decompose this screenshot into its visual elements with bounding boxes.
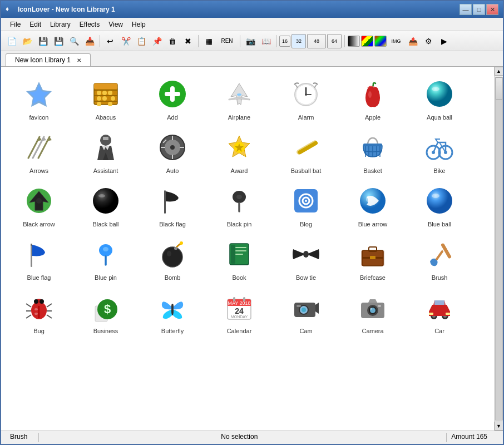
icon-item-award[interactable]: Award [206, 125, 273, 178]
icon-item-alarm[interactable]: Alarm [273, 71, 339, 125]
icon-visual-blueflag [21, 236, 57, 272]
save-as-button[interactable]: 💾 [51, 34, 66, 48]
icon-item-blackball[interactable]: Black ball [72, 178, 139, 231]
menu-library[interactable]: Library [46, 19, 75, 29]
icon-item-camera[interactable]: Camera [339, 285, 406, 338]
paste-button[interactable]: 📌 [150, 34, 164, 48]
svg-rect-3 [94, 83, 117, 89]
menu-help[interactable]: Help [127, 19, 150, 29]
icon-item-blueflag[interactable]: Blue flag [6, 231, 72, 285]
icon-item-aquaball[interactable]: Aqua ball [406, 71, 473, 125]
new-button[interactable]: 📄 [4, 34, 19, 48]
icon-label-brush: Brush [432, 274, 448, 281]
rename-button[interactable]: REN [217, 34, 237, 48]
icon-item-business[interactable]: $Business [72, 285, 139, 338]
icon-item-basket[interactable]: Basket [339, 125, 406, 178]
scroll-thumb[interactable] [496, 77, 502, 100]
menu-view[interactable]: View [104, 19, 127, 29]
save-button[interactable]: 💾 [36, 34, 50, 48]
icon-item-bomb[interactable]: Bomb [139, 231, 206, 285]
icon-item-auto[interactable]: Auto [139, 125, 206, 178]
icon-label-award: Award [231, 167, 248, 174]
icon-item-butterfly[interactable]: Butterfly [139, 285, 206, 338]
svg-rect-91 [235, 247, 246, 248]
color32-button[interactable]: IMG [388, 34, 404, 48]
find-button[interactable]: 🔍 [67, 34, 81, 48]
icon-label-bluearrow: Blue arrow [358, 221, 388, 228]
icon-item-briefcase[interactable]: Briefcase [339, 231, 406, 285]
capture-button[interactable]: 📷 [243, 34, 258, 48]
size48-button[interactable]: 48 [307, 34, 326, 48]
icon-item-bowtie[interactable]: Bow tie [273, 231, 339, 285]
menu-edit[interactable]: Edit [25, 19, 46, 29]
undo-button[interactable]: ↩ [103, 34, 117, 48]
icon-item-blackpin[interactable]: Black pin [206, 178, 273, 231]
tab-library1[interactable]: New Icon Library 1 ✕ [6, 53, 91, 66]
icon-item-abacus[interactable]: Abacus [72, 71, 139, 125]
scroll-down-button[interactable]: ▼ [495, 422, 503, 431]
icon-item-favicon[interactable]: favicon [6, 71, 72, 125]
close-button[interactable]: ✕ [486, 4, 498, 15]
icon-item-bluearrow[interactable]: Blue arrow [339, 178, 406, 231]
icon-visual-add [155, 76, 190, 112]
icon-item-cam[interactable]: Cam [273, 285, 339, 338]
svg-rect-39 [103, 137, 108, 140]
icon-item-brush[interactable]: Brush [406, 231, 473, 285]
icon-item-blueball[interactable]: Blue ball [406, 178, 473, 231]
icon-item-assistant[interactable]: Assistant [72, 125, 139, 178]
icon-label-blackarrow: Black arrow [23, 221, 55, 228]
icon-label-abacus: Abacus [96, 114, 116, 121]
menu-file[interactable]: File [6, 19, 25, 29]
import-button[interactable]: 📥 [82, 34, 97, 48]
settings-button[interactable]: ⚙ [421, 34, 436, 48]
tab-close-button[interactable]: ✕ [77, 57, 81, 63]
icon-item-add[interactable]: Add [139, 71, 206, 125]
icon-item-car[interactable]: Car [406, 285, 473, 338]
export-button[interactable]: 📤 [406, 34, 420, 48]
svg-point-9 [108, 91, 112, 95]
svg-rect-81 [31, 244, 32, 246]
icon-item-bug[interactable]: Bug [6, 285, 72, 338]
svg-rect-98 [370, 256, 375, 259]
scroll-up-button[interactable]: ▲ [495, 67, 503, 76]
color4-button[interactable] [361, 36, 373, 47]
open-button[interactable]: 📂 [20, 34, 34, 48]
color8-button[interactable] [374, 36, 387, 47]
icon-item-bike[interactable]: Bike [406, 125, 473, 178]
icon-label-add: Add [167, 114, 178, 121]
more-button[interactable]: ▶ [437, 34, 451, 48]
svg-rect-128 [243, 297, 245, 301]
icon-item-bluepin[interactable]: Blue pin [72, 231, 139, 285]
icon-label-bug: Bug [33, 328, 45, 334]
icon-item-calendar[interactable]: MAY 201824MONDAYCalendar [206, 285, 273, 338]
icon-item-blackarrow[interactable]: Black arrow [6, 178, 72, 231]
icon-item-arrows[interactable]: Arrows [6, 125, 72, 178]
cut-button[interactable]: ✂️ [118, 34, 133, 48]
icon-label-blackpin: Black pin [227, 221, 252, 228]
size64-button[interactable]: 64 [327, 34, 342, 48]
icon-item-airplane[interactable]: Airplane [206, 71, 273, 125]
size32-button[interactable]: 32 [291, 34, 306, 48]
size16-button[interactable]: 16 [279, 36, 290, 47]
copy-button[interactable]: 📋 [134, 34, 149, 48]
svg-rect-93 [235, 254, 243, 255]
icon-label-basket: Basket [363, 167, 382, 174]
properties-button[interactable]: ✖ [181, 34, 195, 48]
icon-item-blackflag[interactable]: Black flag [139, 178, 206, 231]
icon-item-blog[interactable]: Blog [273, 178, 339, 231]
grid-button[interactable]: ▦ [201, 34, 216, 48]
menu-effects[interactable]: Effects [75, 19, 104, 29]
icon-item-book[interactable]: Book [206, 231, 273, 285]
maximize-button[interactable]: □ [473, 4, 485, 15]
icon-grid-container[interactable]: faviconAbacusAddAirplaneAlarmAppleAqua b… [1, 67, 494, 431]
book-button[interactable]: 📖 [259, 34, 273, 48]
icon-label-alarm: Alarm [298, 114, 314, 121]
icon-item-basball[interactable]: Basball bat [273, 125, 339, 178]
delete-button[interactable]: 🗑 [165, 34, 180, 48]
scrollbar[interactable]: ▲ ▼ [494, 67, 503, 431]
icon-item-apple[interactable]: Apple [339, 71, 406, 125]
window-title: IconLover - New Icon Library 1 [18, 6, 115, 13]
minimize-button[interactable]: — [459, 4, 472, 15]
color1-button[interactable] [348, 36, 360, 47]
icon-label-bluepin: Blue pin [95, 274, 117, 281]
